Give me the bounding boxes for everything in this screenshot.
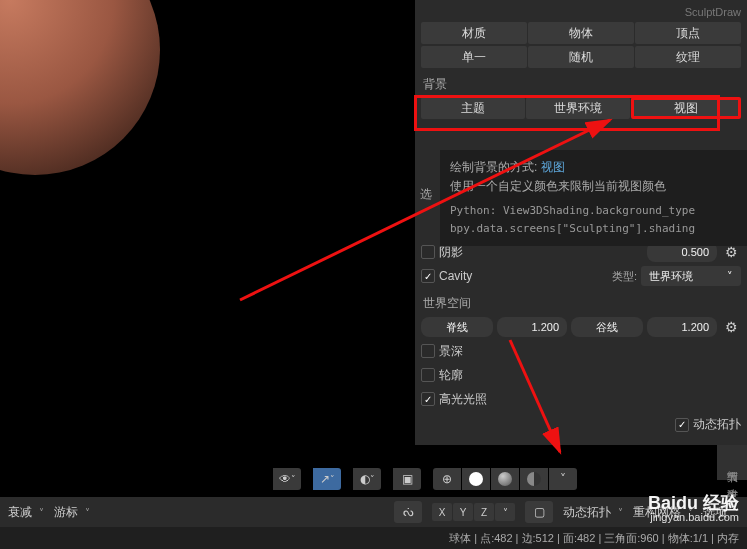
background-section-label: 背景	[423, 76, 739, 93]
dof-label: 景深	[439, 343, 741, 360]
tooltip-label: 绘制背景的方式:	[450, 160, 537, 174]
header-toolbar: 衰减 游标 ᔔ X Y Z ˅ ▢ 动态拓扑 重构网格 选项	[0, 497, 747, 527]
tab-random[interactable]: 随机	[528, 46, 634, 68]
valley-label: 谷线	[571, 317, 643, 337]
watermark: Baidu 经验 jingyan.baidu.com	[648, 494, 739, 523]
cavity-type-value: 世界环境	[649, 269, 693, 284]
visibility-toggle[interactable]: 👁˅	[273, 468, 301, 490]
ridge-label: 脊线	[421, 317, 493, 337]
shading-solid[interactable]	[462, 468, 490, 490]
sphere-mesh	[0, 0, 160, 175]
watermark-brand: Baidu 经验	[648, 493, 739, 513]
shading-wireframe[interactable]: ⊕	[433, 468, 461, 490]
specular-row: 高光光照	[421, 388, 741, 410]
world-space-row: 脊线 1.200 谷线 1.200 ⚙	[421, 316, 741, 338]
falloff-dropdown[interactable]: 衰减	[8, 504, 44, 521]
axis-chevron[interactable]: ˅	[495, 503, 515, 521]
ridge-value[interactable]: 1.200	[497, 317, 567, 337]
header-shading-icons: 👁˅ ↗˅ ◐˅ ▣ ⊕ ˅	[273, 468, 577, 490]
tab-single[interactable]: 单一	[421, 46, 527, 68]
watermark-url: jingyan.baidu.com	[648, 512, 739, 523]
dyntopo-checkbox[interactable]	[675, 418, 689, 432]
cavity-settings[interactable]: ⚙	[721, 317, 741, 337]
shading-rendered[interactable]	[520, 468, 548, 490]
gizmo-toggle[interactable]: ↗˅	[313, 468, 341, 490]
shading-dropdown[interactable]: ˅	[549, 468, 577, 490]
outline-checkbox[interactable]	[421, 368, 435, 382]
specular-label: 高光光照	[439, 391, 741, 408]
cursor-dropdown[interactable]: 游标	[54, 504, 90, 521]
valley-value[interactable]: 1.200	[647, 317, 717, 337]
dyntopo-dropdown[interactable]: 动态拓扑	[563, 504, 623, 521]
tab-vertex[interactable]: 顶点	[635, 22, 741, 44]
chevron-down-icon: ˅	[727, 270, 733, 283]
tab-texture[interactable]: 纹理	[635, 46, 741, 68]
mirror-axes: X Y Z ˅	[432, 503, 515, 521]
brush-name: SculptDraw	[421, 6, 741, 18]
dyntopo-icon[interactable]: ▢	[525, 501, 553, 523]
dyntopo-side-label: 动态拓扑	[693, 416, 741, 433]
xray-toggle[interactable]: ▣	[393, 468, 421, 490]
shading-matprev[interactable]	[491, 468, 519, 490]
cavity-label: Cavity	[439, 269, 608, 283]
cavity-type-dropdown[interactable]: 世界环境˅	[641, 266, 741, 286]
annotation-box	[414, 95, 720, 131]
specular-checkbox[interactable]	[421, 392, 435, 406]
cavity-checkbox[interactable]	[421, 269, 435, 283]
dof-row: 景深	[421, 340, 741, 362]
tooltip-desc: 使用一个自定义颜色来限制当前视图颜色	[450, 177, 737, 196]
color-type-row: 材质 物体 顶点	[421, 22, 741, 44]
color-mode-row: 单一 随机 纹理	[421, 46, 741, 68]
axis-y[interactable]: Y	[453, 503, 473, 521]
type-label: 类型:	[612, 269, 637, 284]
world-space-label: 世界空间	[423, 295, 739, 312]
tab-material[interactable]: 材质	[421, 22, 527, 44]
tooltip: 绘制背景的方式: 视图 使用一个自定义颜色来限制当前视图颜色 Python: V…	[440, 150, 747, 246]
dof-checkbox[interactable]	[421, 344, 435, 358]
cavity-row: Cavity 类型: 世界环境˅	[421, 265, 741, 287]
overlay-toggle[interactable]: ◐˅	[353, 468, 381, 490]
axis-z[interactable]: Z	[474, 503, 494, 521]
tooltip-value: 视图	[541, 160, 565, 174]
mirror-icon[interactable]: ᔔ	[394, 501, 422, 523]
shadow-checkbox[interactable]	[421, 245, 435, 259]
outline-row: 轮廓	[421, 364, 741, 386]
outline-label: 轮廓	[439, 367, 741, 384]
shadow-label: 阴影	[439, 244, 643, 261]
status-bar: 球体 | 点:482 | 边:512 | 面:482 | 三角面:960 | 物…	[0, 527, 747, 549]
selection-label: 选	[420, 186, 432, 203]
tooltip-python-2: bpy.data.screens["Sculpting"].shading	[450, 220, 737, 238]
tab-object[interactable]: 物体	[528, 22, 634, 44]
tooltip-python-1: Python: View3DShading.background_type	[450, 202, 737, 220]
axis-x[interactable]: X	[432, 503, 452, 521]
